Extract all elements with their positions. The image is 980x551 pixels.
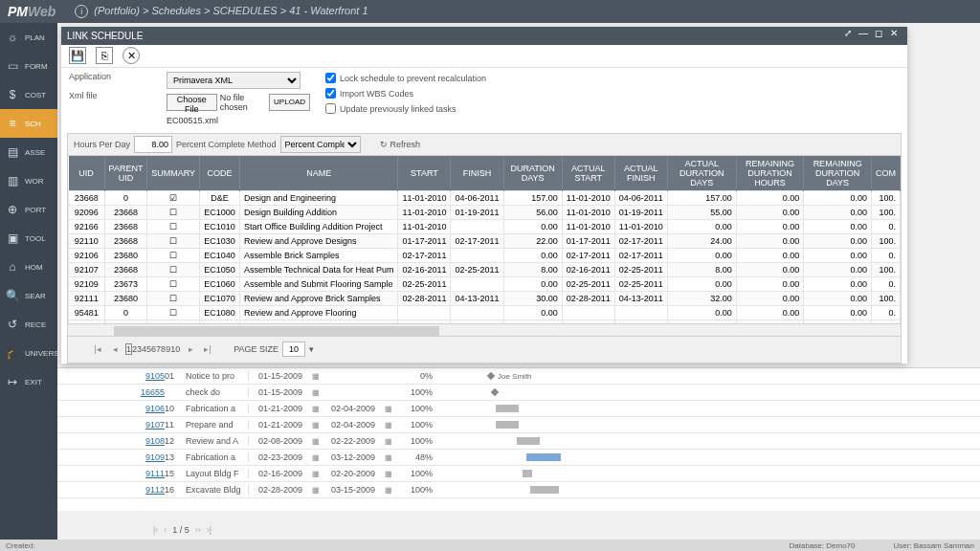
top-header: PMWeb i(Portfolio) > Schedules > SCHEDUL…: [0, 0, 980, 23]
bg-pager-next-icon[interactable]: ››: [195, 525, 201, 535]
gantt-row[interactable]: 911216Excavate Bldg02-28-2009▦03-15-2009…: [57, 482, 980, 498]
table-row[interactable]: 9210723668☐EC1050Assemble Technical Data…: [69, 263, 901, 277]
table-row[interactable]: 9210923673☐EC1060Assemble and Submit Flo…: [69, 277, 901, 292]
percent-complete-method-select[interactable]: Percent Complete: [280, 136, 361, 153]
task-id-link[interactable]: 9107: [132, 420, 165, 430]
sidebar-item-university[interactable]: 🎓UNIVERSITY: [0, 339, 57, 367]
column-header[interactable]: START: [398, 156, 451, 191]
save-icon[interactable]: 💾: [69, 47, 86, 64]
sidebar-item-sch[interactable]: ≡SCH: [0, 109, 57, 138]
task-id-link[interactable]: 16655: [132, 387, 165, 397]
dialog-titlebar[interactable]: LINK SCHEDULE ⤢ — ◻ ✕: [61, 27, 907, 45]
grid-pager: |◂ ◂ 12345678910 ▸ ▸| PAGE SIZE ▾: [67, 337, 902, 364]
task-id-link[interactable]: 9108: [132, 436, 165, 446]
sidebar-item-exit[interactable]: ↦EXIT: [0, 367, 57, 396]
task-id-link[interactable]: 9111: [132, 469, 165, 478]
choose-file-button[interactable]: Choose File: [167, 94, 217, 111]
sidebar-item-hom[interactable]: ⌂HOM: [0, 253, 57, 281]
column-header[interactable]: CODE: [200, 156, 240, 191]
bg-pager-last-icon[interactable]: ›|: [207, 525, 212, 535]
update-linked-label: Update previously linked tasks: [340, 104, 457, 114]
maximize-icon[interactable]: ◻: [871, 28, 886, 43]
import-wbs-checkbox[interactable]: [325, 88, 336, 99]
column-header[interactable]: FINISH: [451, 156, 503, 191]
dialog-title: LINK SCHEDULE: [67, 31, 840, 41]
schedule-grid[interactable]: UIDPARENT UIDSUMMARYCODENAMESTARTFINISHD…: [67, 156, 902, 323]
column-header[interactable]: REMAINING DURATION HOURS: [736, 156, 804, 191]
pager-next-icon[interactable]: ▸: [184, 344, 197, 354]
sidebar-item-rece[interactable]: ↺RECE: [0, 310, 57, 339]
bg-pager-first-icon[interactable]: |‹: [153, 525, 158, 535]
pin-icon[interactable]: ⤢: [840, 28, 856, 43]
column-header[interactable]: COM: [871, 156, 900, 191]
column-header[interactable]: PARENT UID: [104, 156, 147, 191]
no-file-text: No file chosen: [220, 93, 266, 112]
sidebar-label: SCH: [25, 120, 41, 128]
column-header[interactable]: ACTUAL FINISH: [614, 156, 667, 191]
column-header[interactable]: ACTUAL DURATION DAYS: [667, 156, 736, 191]
column-header[interactable]: UID: [69, 156, 105, 191]
gantt-row[interactable]: 910610Fabrication a01-21-2009▦02-04-2009…: [57, 401, 980, 417]
sidebar-item-port[interactable]: ⊕PORT: [0, 195, 57, 224]
table-row[interactable]: 9211123680☐EC1070Review and Approve Bric…: [69, 292, 901, 306]
delete-icon[interactable]: ✕: [122, 47, 140, 64]
pager-page[interactable]: 10: [170, 344, 180, 354]
form-area: Application Xml file Primavera XML Choos…: [61, 68, 907, 129]
task-id-link[interactable]: 9106: [132, 404, 165, 413]
bg-pager-prev-icon[interactable]: ‹: [164, 525, 167, 535]
sidebar-item-form[interactable]: ▭FORM: [0, 52, 57, 80]
column-header[interactable]: NAME: [240, 156, 398, 191]
percent-complete-method-label: Percent Complete Method: [176, 140, 277, 149]
scrollbar-thumb[interactable]: [114, 326, 439, 336]
background-pager[interactable]: |‹ ‹ 1 / 5 ›› ›|: [57, 520, 307, 540]
status-created: Created:: [6, 541, 35, 550]
breadcrumb[interactable]: i(Portfolio) > Schedules > SCHEDULES > 4…: [75, 5, 368, 18]
link-schedule-dialog: LINK SCHEDULE ⤢ — ◻ ✕ 💾 ⎘ ✕ Application …: [61, 27, 907, 364]
sidebar-item-plan[interactable]: ☼PLAN: [0, 23, 57, 52]
sidebar-item-asse[interactable]: ▤ASSE: [0, 138, 57, 166]
gantt-row[interactable]: 911115Layout Bldg F02-16-2009▦02-20-2009…: [57, 466, 980, 482]
gantt-row[interactable]: 910913Fabrication a02-23-2009▦03-12-2009…: [57, 450, 980, 466]
xmlfile-label: Xml file: [69, 91, 161, 100]
column-header[interactable]: SUMMARY: [147, 156, 200, 191]
gantt-row[interactable]: 910501Notice to pro01-15-2009▦0%Joe Smit…: [57, 368, 980, 385]
sidebar-item-cost[interactable]: $COST: [0, 80, 57, 109]
refresh-button[interactable]: ↻Refresh: [380, 140, 421, 149]
page-size-dropdown-icon[interactable]: ▾: [309, 344, 314, 354]
pager-first-icon[interactable]: |◂: [91, 344, 104, 354]
table-row[interactable]: 9209623668☐EC1000Design Building Additio…: [69, 206, 901, 220]
sidebar-item-sear[interactable]: 🔍SEAR: [0, 281, 57, 310]
table-row[interactable]: 9210623680☐EC1040Assemble Brick Samples0…: [69, 249, 901, 263]
task-id-link[interactable]: 9105: [132, 371, 165, 381]
gantt-row[interactable]: 910812Review and A02-08-2009▦02-22-2009▦…: [57, 433, 980, 450]
refresh-icon: ↻: [380, 140, 388, 149]
table-row[interactable]: 9216623668☐EC1010Start Office Building A…: [69, 220, 901, 234]
gantt-row[interactable]: 16655check do01-15-2009▦100%: [57, 385, 980, 401]
grid-horizontal-scrollbar[interactable]: [67, 324, 902, 337]
task-id-link[interactable]: 9112: [132, 485, 165, 495]
application-select[interactable]: Primavera XML: [167, 72, 301, 89]
column-header[interactable]: REMAINING DURATION DAYS: [804, 156, 872, 191]
table-row[interactable]: 9211023668☐EC1030Review and Approve Desi…: [69, 234, 901, 249]
table-row[interactable]: 236680☑D&EDesign and Engineering11-01-20…: [69, 191, 901, 206]
pager-page[interactable]: 1: [125, 343, 132, 355]
page-size-input[interactable]: [282, 342, 305, 357]
sidebar-icon: ▥: [6, 174, 19, 187]
close-icon[interactable]: ✕: [886, 28, 902, 43]
upload-button[interactable]: UPLOAD: [269, 94, 310, 111]
sidebar-item-tool[interactable]: ▣TOOL: [0, 224, 57, 253]
sidebar-item-wor[interactable]: ▥WOR: [0, 166, 57, 195]
lock-schedule-checkbox[interactable]: [325, 73, 336, 83]
hours-per-day-input[interactable]: [134, 136, 172, 153]
column-header[interactable]: ACTUAL START: [562, 156, 614, 191]
info-icon[interactable]: i: [75, 5, 88, 18]
new-icon[interactable]: ⎘: [96, 47, 113, 64]
update-linked-checkbox[interactable]: [325, 103, 336, 114]
task-id-link[interactable]: 9109: [132, 452, 165, 462]
gantt-row[interactable]: 910711Prepare and01-21-2009▦02-04-2009▦1…: [57, 417, 980, 433]
column-header[interactable]: DURATION DAYS: [503, 156, 562, 191]
minimize-icon[interactable]: —: [856, 28, 871, 43]
pager-prev-icon[interactable]: ◂: [108, 344, 122, 354]
table-row[interactable]: 954810☐EC1080Review and Approve Flooring…: [69, 306, 901, 320]
pager-last-icon[interactable]: ▸|: [201, 344, 214, 354]
